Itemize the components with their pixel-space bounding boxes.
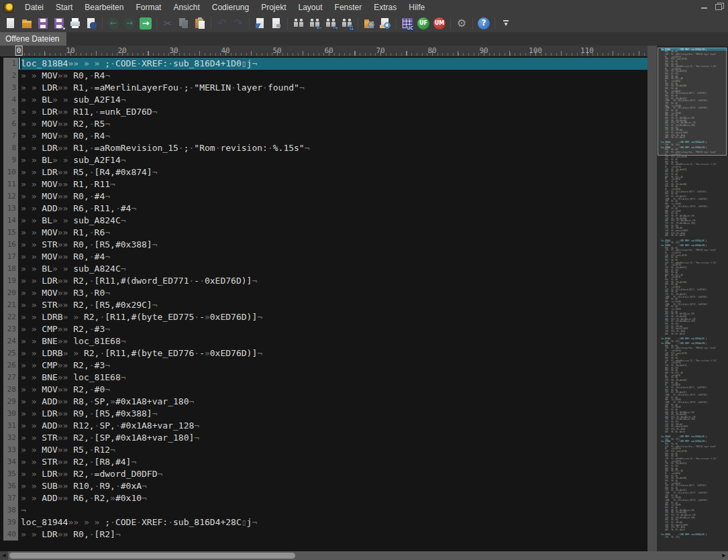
code-line[interactable]: » » BL» » sub_A2F14¬ — [18, 154, 647, 166]
minimap-viewport[interactable] — [658, 48, 727, 156]
code-line[interactable]: » » BNE»» loc_81E68¬ — [18, 335, 647, 347]
find-next-button[interactable]: → — [323, 16, 339, 31]
cut-button[interactable]: ✂ — [160, 16, 176, 31]
menu-item-codierung[interactable]: Codierung — [206, 1, 255, 14]
replace-in-files-button[interactable] — [377, 16, 393, 31]
code-line[interactable]: » » MOV»» R2,·#0¬ — [18, 384, 647, 396]
code-line[interactable]: » » LDR»» R2,·=dword_D0DFD¬ — [18, 468, 647, 480]
code-line[interactable]: » » ADD»» R6,·R2,»#0x10¬ — [18, 492, 647, 504]
code-line[interactable]: ¬ — [18, 504, 647, 516]
restore-icon[interactable] — [715, 3, 724, 10]
menu-item-hilfe[interactable]: Hilfe — [403, 1, 431, 14]
minimap[interactable]: loc_818B4 ; CODE XREF: sub_816D4+1D0 j M… — [657, 46, 728, 551]
undo-button[interactable]: ↶ — [214, 16, 230, 31]
code-line[interactable]: » » LDR»» R1,·=aMerlinLayerFou·;·"MERLIN… — [18, 82, 647, 94]
replace-button[interactable]: ⇅ — [339, 16, 355, 31]
overflow-button[interactable]: ▾ — [498, 16, 514, 31]
code-line[interactable]: » » ADD»» R6,·R11,·#4¬ — [18, 203, 647, 215]
code-line[interactable]: » » LDR»» R0,·[R2]¬ — [18, 528, 647, 541]
vertical-scrollbar[interactable] — [647, 46, 657, 551]
menu-item-ansicht[interactable]: Ansicht — [167, 1, 205, 14]
code-line[interactable]: » » MOV»» R0,·R4¬ — [18, 70, 647, 82]
document-properties-button[interactable] — [268, 16, 284, 31]
code-line[interactable]: » » MOV»» R0,·R4¬ — [18, 130, 647, 142]
redo-button[interactable]: ↷ — [230, 16, 246, 31]
code-line[interactable]: » » MOV»» R2,·R5¬ — [18, 118, 647, 130]
code-line[interactable]: » » STR»» R2,·[SP,#0x1A8+var_180]¬ — [18, 432, 647, 444]
code-line-label[interactable]: loc_81944»» » » ;·CODE·XREF:·sub_816D4+2… — [18, 516, 647, 528]
code-line[interactable]: » » STR»» R2,·[R5,#0x29C]¬ — [18, 299, 647, 311]
menu-item-extras[interactable]: Extras — [368, 1, 403, 14]
code-line[interactable]: » » LDR»» R1,·=aRomRevision_15·;·"Rom·re… — [18, 142, 647, 154]
settings-button[interactable]: ⚙ — [454, 16, 470, 31]
line-number-gutter: 1234567891011121314151617181920212223242… — [3, 58, 18, 541]
code-line[interactable]: » » STR»» R2,·[R8,#4]¬ — [18, 456, 647, 468]
code-line[interactable]: » » MOV»» R0,·#4¬ — [18, 251, 647, 263]
menu-item-layout[interactable]: Layout — [293, 1, 329, 14]
ruler-number: 70 — [376, 46, 384, 55]
save-as-button[interactable] — [51, 16, 67, 31]
horizontal-scrollbar[interactable]: ◄ ► — [0, 551, 728, 560]
code-line[interactable]: » » LDR»» R5,·[R4,#0x874]¬ — [18, 166, 647, 178]
line-number: 33 — [3, 444, 18, 456]
code-line[interactable]: » » LDRB» » R2,·[R11,#(byte_ED775·-»0xED… — [18, 311, 647, 323]
menu-item-fenster[interactable]: Fenster — [329, 1, 368, 14]
code-line[interactable]: » » BL» » sub_A2F14¬ — [18, 94, 647, 106]
code-line[interactable]: » » LDRB» » R2,·[R11,#(byte_ED776·-»0xED… — [18, 347, 647, 359]
code-line[interactable]: » » SUB»» R10,·R9,·#0xA¬ — [18, 480, 647, 492]
find-in-files-button[interactable] — [361, 16, 377, 31]
code-line[interactable]: » » STR»» R0,·[R5,#0x388]¬ — [18, 239, 647, 251]
forward-button[interactable]: → — [121, 16, 138, 31]
back-button[interactable]: ← — [105, 16, 121, 31]
open-files-tab[interactable]: Offene Dateien — [0, 32, 66, 46]
code-line[interactable]: » » LDR»» R2,·[R11,#(dword_ED771·-·0xED7… — [18, 275, 647, 287]
menu-item-start[interactable]: Start — [50, 1, 79, 14]
menu-item-format[interactable]: Format — [129, 1, 167, 14]
print-preview-button[interactable] — [83, 16, 99, 31]
code-line[interactable]: » » CMP»» R2,·#3¬ — [18, 359, 647, 372]
code-line[interactable]: » » ADD»» R12,·SP,·#0x1A8+var_128¬ — [18, 420, 647, 432]
go-button[interactable]: → — [138, 16, 154, 31]
horizontal-scroll-thumb[interactable] — [9, 553, 295, 559]
line-number: 26 — [3, 359, 18, 372]
menu-item-bearbeiten[interactable]: Bearbeiten — [79, 1, 129, 14]
badge-uf-button[interactable]: UF — [415, 16, 431, 31]
charmap-button[interactable] — [399, 16, 415, 31]
toolbar-separator — [472, 17, 473, 30]
code-line[interactable]: » » MOV»» R1,·R6¬ — [18, 227, 647, 239]
code-line[interactable]: » » BL» » sub_A824C¬ — [18, 215, 647, 227]
code-line[interactable]: » » BL» » sub_A824C¬ — [18, 263, 647, 275]
code-line[interactable]: » » LDR»» R11,·=unk_ED76D¬ — [18, 106, 647, 118]
code-line[interactable]: » » MOV»» R5,·R12¬ — [18, 444, 647, 456]
scroll-right-arrow-icon[interactable]: ► — [720, 551, 728, 560]
code-area[interactable]: loc_818B4»» » » ;·CODE·XREF:·sub_816D4+1… — [18, 58, 647, 541]
minimize-icon[interactable] — [700, 3, 709, 10]
code-line[interactable]: » » BNE»» loc_81E68¬ — [18, 372, 647, 384]
paste-button[interactable] — [192, 16, 208, 31]
menu-item-projekt[interactable]: Projekt — [255, 1, 292, 14]
code-line[interactable]: » » LDR»» R9,·[R5,#0x388]¬ — [18, 408, 647, 420]
save-button[interactable] — [35, 16, 51, 31]
app-icon[interactable] — [3, 3, 13, 13]
open-file-button[interactable] — [19, 16, 35, 31]
scroll-left-arrow-icon[interactable]: ◄ — [0, 551, 8, 560]
code-line[interactable]: » » MOV»» R1,·R11¬ — [18, 178, 647, 190]
line-number: 1 — [3, 58, 18, 70]
badge-um-button[interactable]: UM — [431, 16, 448, 31]
charmap-icon — [401, 17, 413, 30]
code-line[interactable]: » » ADD»» R8,·SP,»#0x1A8+var_180¬ — [18, 396, 647, 408]
select-document-button[interactable] — [252, 16, 268, 31]
code-line[interactable]: » » CMP»» R2,·#3¬ — [18, 323, 647, 335]
menu-item-datei[interactable]: Datei — [19, 1, 50, 14]
copy-button[interactable] — [176, 16, 192, 31]
code-line[interactable]: » » MOV»» R3,·R0¬ — [18, 287, 647, 299]
code-line[interactable]: » » MOV»» R0,·#4¬ — [18, 190, 647, 203]
new-file-button[interactable] — [3, 16, 19, 31]
code-editor[interactable]: 1234567891011121314151617181920212223242… — [0, 56, 647, 551]
replace-in-files-icon — [379, 17, 391, 30]
help-button[interactable]: ? — [476, 16, 492, 31]
find-previous-button[interactable]: ← — [307, 16, 323, 31]
find-button[interactable] — [291, 16, 307, 31]
print-button[interactable] — [67, 16, 83, 31]
code-line-label[interactable]: loc_818B4»» » » ;·CODE·XREF:·sub_816D4+1… — [18, 58, 647, 70]
